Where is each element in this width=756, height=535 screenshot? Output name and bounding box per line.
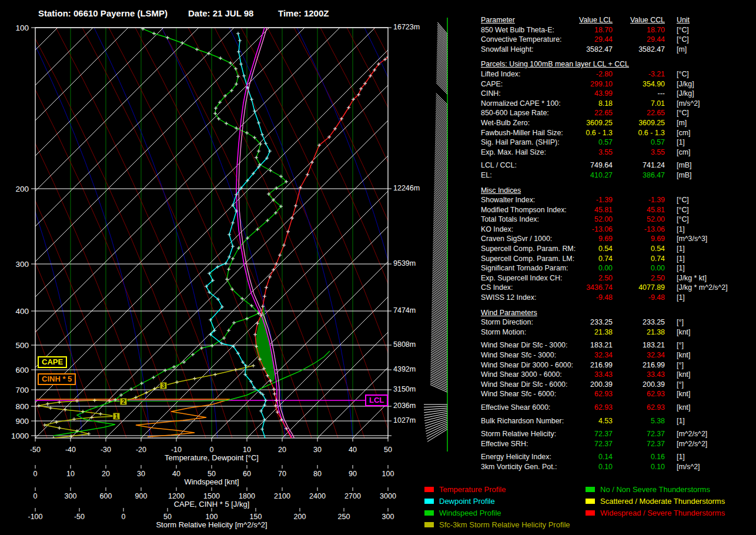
param-unit: [m] bbox=[677, 118, 687, 128]
value-ccl: 386.47 bbox=[596, 170, 665, 180]
wind-barb bbox=[432, 295, 447, 304]
isotherm-line bbox=[212, 28, 464, 438]
value-ccl: 0.00 bbox=[596, 263, 665, 273]
axis-tick-label: 50 bbox=[163, 513, 172, 521]
wind-barb bbox=[431, 320, 447, 329]
pressure-label: 100 bbox=[15, 24, 29, 32]
profile-legend: Temperature ProfileDewpoint ProfileWinds… bbox=[424, 483, 570, 530]
param-label: Storm Direction: bbox=[481, 317, 533, 327]
param-unit: [°C] bbox=[677, 215, 689, 225]
value-ccl: 29.44 bbox=[596, 35, 665, 45]
wind-barb bbox=[431, 306, 447, 315]
height-label: 16723m bbox=[393, 23, 420, 31]
param-label: CAPE: bbox=[481, 79, 503, 89]
param-label: KO Index: bbox=[481, 225, 513, 235]
wind-barb bbox=[431, 315, 447, 323]
legend-swatch bbox=[586, 510, 595, 516]
param-row: Energy Helicity Index:0.140.16[1] bbox=[481, 452, 755, 462]
value-ccl: -9.48 bbox=[596, 293, 665, 303]
legend-label: Dewpoint Profile bbox=[439, 497, 495, 506]
wind-barb bbox=[432, 300, 447, 309]
value-ccl: 3582.47 bbox=[596, 45, 665, 55]
param-row: Showalter Index:-1.39-1.39[°C] bbox=[481, 195, 755, 205]
param-row: Wind Shear Dir Sfc - 6000:200.39200.39[°… bbox=[481, 380, 755, 390]
value-ccl: 0.54 bbox=[596, 244, 665, 254]
param-unit: [m/s^2] bbox=[677, 99, 700, 109]
value-ccl: 21.38 bbox=[596, 327, 665, 337]
axis-tick-label: 200 bbox=[294, 513, 306, 521]
table-header-row: Parameter Value LCL Value CCL Unit bbox=[481, 15, 755, 25]
param-unit: [1] bbox=[677, 293, 685, 303]
profile-legend-item: Dewpoint Profile bbox=[424, 495, 570, 507]
legend-label: Windspeed Profile bbox=[439, 509, 501, 517]
param-unit: [m^3/s^3] bbox=[677, 234, 707, 244]
axis-tick-label: 300 bbox=[382, 513, 394, 521]
axis-tick-label: 40 bbox=[349, 446, 357, 454]
profile-legend-item: Temperature Profile bbox=[424, 483, 570, 495]
param-unit: [°C] bbox=[677, 195, 689, 205]
axis-tick-label: -20 bbox=[136, 446, 146, 454]
param-unit: [mB] bbox=[677, 170, 691, 180]
windspeed-profile-lower bbox=[115, 351, 330, 401]
dry-adiabat bbox=[162, 28, 338, 438]
param-row: 3km Vorticity Gen. Pot.:0.100.10[m/s^2] bbox=[481, 462, 755, 472]
height-label: 1027m bbox=[393, 416, 416, 424]
param-label: Exp. Max. Hail Size: bbox=[481, 148, 546, 158]
km-marker-label: 3 bbox=[162, 383, 165, 389]
dry-adiabat bbox=[0, 28, 153, 438]
wind-barb bbox=[437, 24, 447, 36]
wind-barb bbox=[431, 336, 447, 345]
wind-barb bbox=[431, 343, 447, 352]
axis-tick-label: 30 bbox=[137, 470, 145, 478]
height-label: 5808m bbox=[393, 340, 416, 349]
value-ccl: 52.00 bbox=[596, 215, 665, 225]
param-unit: [1] bbox=[677, 138, 685, 148]
height-label: 3150m bbox=[393, 385, 416, 393]
section-heading: Misc Indices bbox=[481, 186, 755, 196]
value-ccl: 2.50 bbox=[596, 273, 665, 283]
legend-label: No / Non Severe Thunderstorms bbox=[600, 485, 710, 494]
param-row: CAPE:299.10354.90[J/kg] bbox=[481, 79, 755, 89]
value-ccl: 0.57 bbox=[596, 138, 665, 148]
value-ccl: 0.74 bbox=[596, 254, 665, 264]
dry-adiabat bbox=[373, 28, 464, 438]
value-ccl: 0.6 - 1.3 bbox=[596, 128, 665, 138]
param-row: Supercell Comp. Param. LM:0.740.74[1] bbox=[481, 254, 755, 264]
legend-swatch bbox=[424, 499, 434, 504]
axis-title: Temperature, Dewpoint [°C] bbox=[165, 453, 259, 462]
param-label: CINH: bbox=[481, 89, 501, 99]
axis-tick-label: 300 bbox=[65, 492, 77, 500]
axis-tick-label: 0 bbox=[122, 513, 126, 521]
param-unit: [°] bbox=[677, 340, 684, 350]
height-label: 7474m bbox=[393, 306, 416, 315]
param-unit: [knt] bbox=[677, 350, 690, 360]
legend-swatch bbox=[586, 499, 595, 504]
param-unit: [°C] bbox=[677, 69, 689, 79]
param-unit: [°C] bbox=[677, 35, 689, 45]
param-row: Storm Motion:21.3821.38[knt] bbox=[481, 327, 755, 337]
wind-barb bbox=[431, 313, 447, 322]
legend-swatch bbox=[424, 487, 434, 492]
severity-legend-item: No / Non Severe Thunderstorms bbox=[586, 483, 725, 495]
wind-barb bbox=[432, 292, 447, 300]
legend-label: Widespread / Severe Thunderstorms bbox=[600, 509, 725, 517]
wind-barb bbox=[431, 340, 447, 348]
param-unit: [knt] bbox=[677, 327, 690, 337]
axis-tick-label: 0 bbox=[34, 492, 38, 500]
value-ccl: 5.38 bbox=[596, 416, 665, 426]
wind-barb bbox=[437, 33, 447, 45]
param-row: Effective SRH:72.3772.37[m^2/s^2] bbox=[481, 439, 755, 449]
wind-barb bbox=[437, 38, 447, 50]
wind-barb bbox=[437, 29, 447, 41]
wind-barb bbox=[431, 335, 447, 343]
pressure-label: 900 bbox=[15, 417, 29, 426]
axis-tick-label: 1200 bbox=[168, 492, 185, 500]
param-label: CS Index: bbox=[481, 283, 513, 293]
wind-barb bbox=[431, 329, 447, 337]
param-unit: [1] bbox=[677, 452, 685, 462]
param-row: Wet-Bulb Zero:3609.253609.25[m] bbox=[481, 118, 755, 128]
cinh-profile bbox=[36, 399, 230, 437]
height-label: 4392m bbox=[393, 365, 416, 373]
severity-legend-item: Widespread / Severe Thunderstorms bbox=[586, 507, 725, 519]
value-ccl: 72.37 bbox=[596, 429, 665, 439]
